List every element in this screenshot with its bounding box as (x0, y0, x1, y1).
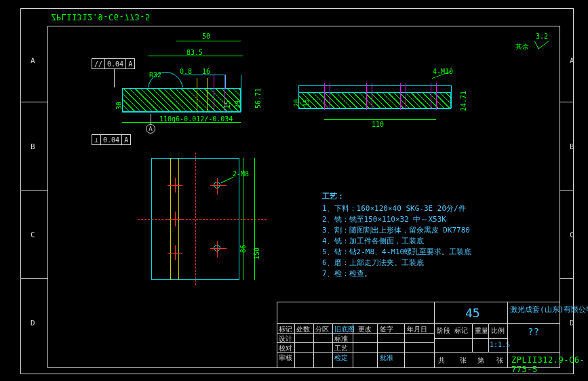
gdt-perpendicularity: ⊥ 0.04 A (92, 134, 131, 145)
tb-scale: 1:1.5 (490, 341, 510, 348)
process-step-6: 6、磨：上部走刀法夹。工装底 (322, 258, 424, 268)
hole-mark (170, 214, 180, 224)
tb-b2: 第 (477, 356, 484, 365)
tb-b3: 张 (496, 356, 503, 365)
datum-a: A (146, 124, 155, 134)
process-step-4: 4、铣：加工件各侧面，工装底 (322, 236, 424, 246)
tick (20, 102, 47, 102)
tick (560, 190, 574, 190)
drawing-number-top: ZPLII312.9-C6-773-5 (51, 12, 151, 22)
thread (436, 83, 437, 110)
hole-mark (170, 248, 180, 258)
process-step-2: 2、铣：铣至150×110×32 中～X53K (322, 214, 446, 224)
edge (225, 75, 226, 88)
phantom (214, 75, 214, 112)
centerline-v (195, 153, 196, 285)
dim-2471: 24.71 (460, 91, 467, 111)
gdt-tol: 0.04 (105, 59, 126, 68)
tb-l1: 校对 (279, 344, 292, 353)
tb-l4: 工艺 (334, 344, 348, 353)
dim-r32: R32 (149, 71, 161, 79)
centerline-h (138, 219, 267, 220)
tb-b1: 张 (460, 356, 467, 365)
tb-m1: 标记 (454, 326, 468, 336)
tb-m0: 阶段 (437, 326, 450, 336)
dimline-110 (324, 119, 436, 120)
hole-2m8 (214, 245, 220, 252)
thread (366, 83, 367, 110)
dim-29: 29 (234, 100, 241, 108)
tb-company: 激光成套(山东)有限公司 (510, 304, 588, 315)
gdt-tol: 0.04 (101, 135, 122, 144)
dim-50: 50 (202, 33, 210, 40)
dim-110: 110 (372, 121, 384, 128)
tb-l3: 标准 (334, 334, 348, 344)
tick (560, 278, 574, 279)
dim-110tol: 110g6-0.012/-0.034 (159, 115, 233, 123)
tb-r1: 处数 (296, 325, 310, 334)
dim-08: 0.8 (180, 68, 192, 75)
gdt-datum: A (122, 135, 130, 144)
title-block: 45 ?? 激光成套(山东)有限公司 标记 处数 分区 旧底图 更改 签字 年月… (277, 302, 560, 368)
tb-m3: 比例 (491, 326, 505, 336)
thread (324, 83, 325, 110)
edge (298, 108, 451, 109)
process-step-3: 3、割：随图割出上形体，留余黑皮 DK7780 (322, 225, 470, 235)
section-front-left: 50 83.5 0.8 16 R32 15 29 56.71 30 110g6-… (122, 68, 271, 132)
callout-2m8: 2-M8 (233, 170, 249, 178)
tb-r2r1: 批准 (380, 353, 393, 363)
row-label-d-right: D (570, 319, 574, 327)
row-label-b-left: B (31, 142, 35, 151)
dim-16: 16 (202, 68, 210, 75)
tick (20, 278, 47, 279)
process-step-5: 5、钻：钻2-M8、4-M10螺孔至要求。工装底 (322, 247, 471, 257)
dim-15: 15 (302, 99, 310, 107)
ext-line (254, 158, 255, 280)
ext-line (243, 158, 243, 280)
dim-30: 30 (115, 102, 123, 110)
thread (372, 83, 372, 110)
process-step-1: 1、下料：160×120×40 SKG-3E 20分/件 (322, 203, 466, 214)
thread (431, 83, 431, 110)
tb-r2: 分区 (315, 325, 329, 334)
hidden-line (197, 78, 197, 112)
row-label-b-right: B (570, 142, 574, 151)
thread (406, 83, 406, 110)
row-label-a-left: A (31, 56, 35, 65)
tb-l0: 设计 (279, 334, 292, 344)
surface-rest-label: 其余 (515, 42, 529, 52)
hole-2m8 (214, 182, 220, 188)
process-step-7: 7、检：检查。 (322, 268, 372, 279)
row-label-c-left: C (31, 230, 35, 239)
gdt-leader (114, 68, 115, 87)
tb-b0: 共 (438, 356, 445, 365)
gdt-datum: A (126, 59, 134, 68)
tb-r6: 年月日 (407, 325, 427, 334)
hidden-line (207, 78, 208, 112)
gdt-sym: // (92, 59, 105, 68)
dim-835: 83.5 (187, 49, 203, 56)
tb-material: 45 (465, 306, 480, 320)
tb-l2: 审核 (279, 353, 292, 363)
gdt-sym: ⊥ (92, 135, 101, 144)
tick (20, 190, 47, 190)
hatch-side (298, 92, 451, 108)
dim-15: 15 (224, 100, 231, 108)
cad-canvas: A B C D A B C D ZPLII312.9-C6-773-5 ZPLI… (0, 0, 588, 381)
tb-r0: 标记 (279, 325, 292, 334)
tb-partname: ?? (528, 326, 539, 337)
dim-5671: 56.71 (254, 88, 262, 108)
tb-r4: 更改 (358, 325, 372, 334)
section-side-right: 20 15 24.71 110 4-M10 (298, 80, 458, 121)
tb-r5: 签字 (380, 325, 393, 334)
row-label-a-right: A (570, 56, 574, 65)
row-label-c-right: C (570, 230, 574, 239)
process-title: 工艺： (322, 191, 345, 201)
tb-m2: 重量 (475, 326, 488, 336)
edge-bot (122, 112, 241, 113)
hole-mark (170, 180, 180, 190)
gdt-parallelism: // 0.04 A (92, 58, 135, 69)
tick (560, 102, 574, 102)
hatch-main (122, 88, 241, 112)
edge-top (122, 88, 241, 89)
